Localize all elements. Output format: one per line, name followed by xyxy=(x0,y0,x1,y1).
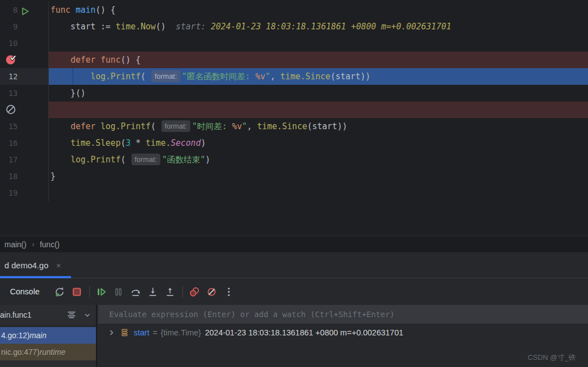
frames-panel: ain.func1 4.go:12) mainnic.go:477) runti… xyxy=(0,305,97,367)
console-tab-label[interactable]: Console xyxy=(10,287,39,296)
code-token: %v xyxy=(232,121,242,131)
step-out-button[interactable] xyxy=(164,286,175,297)
frame-location: nic.go:477) xyxy=(1,348,39,356)
more-icon xyxy=(224,287,234,297)
code-text[interactable]: func main() { xyxy=(49,2,588,18)
more-button[interactable] xyxy=(223,286,234,297)
gutter[interactable]: 8 xyxy=(0,2,49,18)
rerun-button[interactable] xyxy=(54,286,65,297)
breadcrumb-separator-icon: › xyxy=(32,241,34,248)
stack-frame-row[interactable] xyxy=(0,360,96,367)
code-token xyxy=(50,121,70,131)
frames-list: 4.go:12) mainnic.go:477) runtime xyxy=(0,327,96,367)
code-line-13[interactable]: 13 }() xyxy=(0,85,588,101)
code-token: main xyxy=(75,5,95,15)
code-line-12[interactable]: 12 log.Printf( format:"匿名函数时间差: %v", tim… xyxy=(0,68,588,85)
gutter[interactable]: 10 xyxy=(0,35,49,52)
toolbar-icons xyxy=(54,286,240,297)
code-token: " xyxy=(242,121,247,131)
mute-breakpoints-button[interactable] xyxy=(206,286,217,297)
line-number: 12 xyxy=(0,68,18,85)
code-text[interactable]: start := time.Now() start: 2024-01-23 18… xyxy=(49,18,588,35)
gutter[interactable] xyxy=(0,52,49,68)
toolbar-separator xyxy=(183,286,183,297)
evaluate-expression-input[interactable]: Evaluate expression (Enter) or add a wat… xyxy=(98,305,588,324)
pause-button[interactable] xyxy=(113,286,124,297)
stop-button[interactable] xyxy=(71,286,82,297)
code-text[interactable]: defer log.Printf( format:"时间差: %v", time… xyxy=(49,118,588,135)
stack-frame-row[interactable]: nic.go:477) runtime xyxy=(0,344,96,360)
pause-icon xyxy=(113,287,124,297)
step-into-icon xyxy=(148,287,158,297)
code-token: () { xyxy=(95,5,115,15)
code-editor[interactable]: 8func main() {9 start := time.Now() star… xyxy=(0,0,588,236)
code-text[interactable]: } xyxy=(49,168,588,185)
code-text[interactable]: }() xyxy=(49,85,588,101)
gutter[interactable]: 15 xyxy=(0,118,49,135)
resume-button[interactable] xyxy=(95,286,107,297)
line-number: 8 xyxy=(0,2,18,18)
code-token xyxy=(50,55,70,65)
code-token: time.Since xyxy=(257,121,307,131)
gutter[interactable]: 13 xyxy=(0,85,49,101)
code-line-15[interactable]: 15 defer log.Printf( format:"时间差: %v", t… xyxy=(0,118,588,135)
step-over-button[interactable] xyxy=(130,286,141,297)
tab-demo4-go[interactable]: d demo4.go × xyxy=(0,252,69,278)
format-parameter-hint-chip: format: xyxy=(131,154,160,165)
code-token: 2024-01-23 18:03:18.1361861 +0800 m=+0.0… xyxy=(206,22,452,32)
frames-header[interactable]: ain.func1 xyxy=(0,305,96,325)
gutter[interactable]: 9 xyxy=(0,18,49,35)
editor-tab-bar: d demo4.go × xyxy=(0,252,588,278)
code-text[interactable]: time.Sleep(3 * time.Second) xyxy=(49,135,588,151)
stack-frame-row[interactable]: 4.go:12) main xyxy=(0,327,96,344)
code-text[interactable] xyxy=(49,101,588,118)
line-number: 9 xyxy=(0,18,18,35)
view-breakpoints-icon xyxy=(189,287,200,297)
code-line-17[interactable]: 17 log.Printf( format:"函数结束") xyxy=(0,151,588,168)
thread-selector-label[interactable]: ain.func1 xyxy=(0,310,32,319)
code-text[interactable]: log.Printf( format:"匿名函数时间差: %v", time.S… xyxy=(49,68,588,85)
code-line-19[interactable]: 19 xyxy=(0,185,588,201)
variable-row[interactable]: start = {time.Time} 2024-01-23 18:03:18.… xyxy=(98,328,588,337)
code-line-11[interactable]: defer func() { xyxy=(0,52,588,68)
code-text[interactable] xyxy=(49,185,588,201)
view-breakpoints-button[interactable] xyxy=(189,286,200,297)
mute-breakpoints-icon xyxy=(206,287,217,297)
gutter[interactable]: 19 xyxy=(0,185,49,201)
chevron-down-icon[interactable] xyxy=(83,311,92,319)
thread-view-filter-icon[interactable] xyxy=(67,310,77,320)
step-into-button[interactable] xyxy=(147,286,158,297)
breadcrumb: main()›func() xyxy=(0,236,588,252)
code-token: time.Since xyxy=(280,72,330,81)
breadcrumb-item[interactable]: main() xyxy=(4,240,27,249)
code-token: time.Sleep xyxy=(70,138,120,148)
code-line-16[interactable]: 16 time.Sleep(3 * time.Second) xyxy=(0,135,588,151)
code-token: Second xyxy=(171,138,201,148)
code-text[interactable]: log.Printf( format:"函数结束") xyxy=(49,151,588,168)
gutter[interactable]: 12 xyxy=(0,68,49,85)
code-text[interactable] xyxy=(49,35,588,52)
code-text[interactable]: defer func() { xyxy=(49,52,588,68)
variables-panel: Evaluate expression (Enter) or add a wat… xyxy=(98,305,588,367)
equals-sign: = xyxy=(153,328,157,337)
code-line-18[interactable]: 18} xyxy=(0,168,588,185)
code-token xyxy=(95,55,100,65)
gutter[interactable]: 16 xyxy=(0,135,49,151)
gutter[interactable]: 17 xyxy=(0,151,49,168)
variable-value: 2024-01-23 18:03:18.1361861 +0800 m=+0.0… xyxy=(205,328,403,337)
code-line-9[interactable]: 9 start := time.Now() start: 2024-01-23 … xyxy=(0,18,588,35)
line-number: 15 xyxy=(0,118,18,135)
frame-function: runtime xyxy=(39,348,65,356)
gutter[interactable]: 18 xyxy=(0,168,49,185)
code-token: time.Now xyxy=(115,22,155,32)
code-token: defer xyxy=(70,55,95,65)
code-line-8[interactable]: 8func main() { xyxy=(0,2,588,18)
breadcrumb-item[interactable]: func() xyxy=(40,240,60,249)
chevron-right-icon[interactable] xyxy=(107,328,116,337)
line-number: 13 xyxy=(0,85,18,101)
close-icon[interactable]: × xyxy=(56,261,61,270)
gutter[interactable] xyxy=(0,101,49,118)
format-parameter-hint-chip: format: xyxy=(161,120,190,132)
code-line-10[interactable]: 10 xyxy=(0,35,588,52)
code-line-14[interactable] xyxy=(0,101,588,118)
